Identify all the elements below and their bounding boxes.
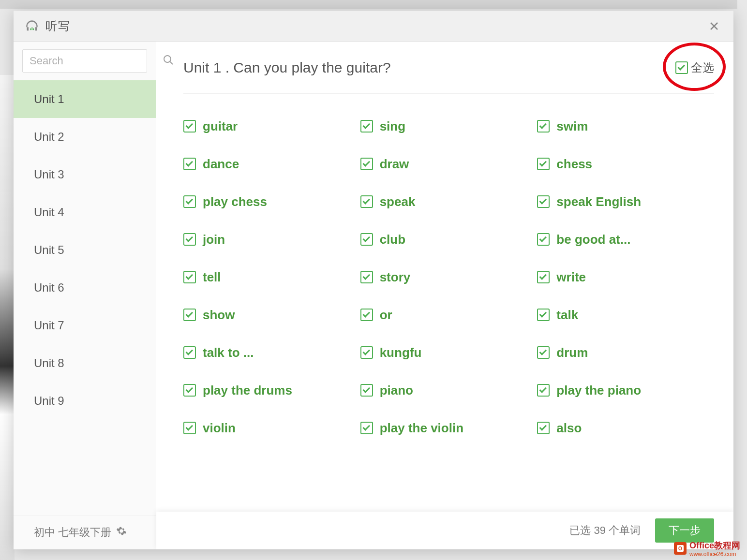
checkbox-icon <box>360 233 373 246</box>
word-item[interactable]: draw <box>360 157 538 172</box>
checkbox-icon <box>537 158 550 170</box>
sidebar-item-label: Unit 4 <box>34 206 64 219</box>
dictation-modal: 听写 Unit 1Unit 2Unit <box>14 11 733 549</box>
checkbox-icon <box>537 422 550 434</box>
word-item[interactable]: chess <box>537 157 714 172</box>
checkbox-icon <box>360 384 373 397</box>
word-item[interactable]: guitar <box>183 119 360 134</box>
checkbox-icon <box>360 120 373 133</box>
word-label: play the drums <box>203 383 292 398</box>
word-label: play chess <box>203 194 267 209</box>
word-item[interactable]: also <box>537 421 714 436</box>
next-button[interactable]: 下一步 <box>655 518 714 543</box>
word-row: violinplay the violinalso <box>183 409 714 447</box>
sidebar-item-unit-6[interactable]: Unit 6 <box>14 269 156 307</box>
word-item[interactable]: show <box>183 308 360 323</box>
word-label: swim <box>556 119 588 134</box>
word-label: play the violin <box>380 421 463 436</box>
word-item[interactable]: story <box>360 270 538 285</box>
sidebar-item-unit-9[interactable]: Unit 9 <box>14 382 156 420</box>
sidebar-item-label: Unit 3 <box>34 168 64 181</box>
word-item[interactable]: play the piano <box>537 383 714 398</box>
word-label: show <box>203 308 235 323</box>
checkbox-icon <box>183 384 196 397</box>
word-item[interactable]: tell <box>183 270 360 285</box>
word-label: talk <box>556 308 578 323</box>
word-label: sing <box>380 119 405 134</box>
checkbox-icon <box>537 195 550 208</box>
word-item[interactable]: talk <box>537 308 714 323</box>
background-strip <box>0 0 737 9</box>
word-row: guitarsingswim <box>183 107 714 145</box>
checkbox-icon <box>183 346 196 359</box>
word-item[interactable]: be good at... <box>537 232 714 247</box>
word-label: drum <box>556 345 588 360</box>
word-item[interactable]: or <box>360 308 538 323</box>
word-label: speak English <box>556 194 641 209</box>
main-panel: Unit 1 . Can you play the guitar? 全选 gui… <box>156 42 733 549</box>
search-wrap <box>14 42 156 80</box>
sidebar-item-unit-3[interactable]: Unit 3 <box>14 156 156 193</box>
word-label: dance <box>203 157 239 172</box>
close-button[interactable] <box>706 18 722 34</box>
svg-rect-1 <box>31 27 32 30</box>
word-grid[interactable]: guitarsingswimdancedrawchessplay chesssp… <box>183 94 714 549</box>
word-item[interactable]: piano <box>360 383 538 398</box>
word-label: speak <box>380 194 416 209</box>
word-item[interactable]: violin <box>183 421 360 436</box>
word-label: be good at... <box>556 232 630 247</box>
word-row: dancedrawchess <box>183 145 714 183</box>
word-label: join <box>203 232 225 247</box>
word-row: joinclubbe good at... <box>183 221 714 258</box>
word-item[interactable]: drum <box>537 345 714 360</box>
search-box[interactable] <box>22 49 147 73</box>
checkbox-icon <box>360 309 373 321</box>
sidebar-item-label: Unit 9 <box>34 394 64 408</box>
sidebar-item-unit-1[interactable]: Unit 1 <box>14 80 156 118</box>
checkbox-icon <box>183 422 196 434</box>
modal-header: 听写 <box>14 11 733 42</box>
word-row: showortalk <box>183 296 714 334</box>
word-item[interactable]: sing <box>360 119 538 134</box>
checkbox-icon <box>183 195 196 208</box>
checkbox-icon <box>675 61 688 74</box>
word-item[interactable]: talk to ... <box>183 345 360 360</box>
word-item[interactable]: write <box>537 270 714 285</box>
word-item[interactable]: play chess <box>183 194 360 209</box>
word-item[interactable]: kungfu <box>360 345 538 360</box>
checkbox-icon <box>183 309 196 321</box>
word-item[interactable]: play the violin <box>360 421 538 436</box>
sidebar-footer[interactable]: 初中 七年级下册 <box>14 515 156 549</box>
checkbox-icon <box>360 346 373 359</box>
unit-heading: Unit 1 . Can you play the guitar? <box>183 59 675 76</box>
select-all-checkbox[interactable]: 全选 <box>675 60 714 75</box>
svg-rect-0 <box>30 28 31 30</box>
background-left <box>0 75 15 560</box>
word-label: guitar <box>203 119 238 134</box>
word-row: tellstorywrite <box>183 258 714 296</box>
sidebar-item-unit-7[interactable]: Unit 7 <box>14 307 156 344</box>
main-header: Unit 1 . Can you play the guitar? 全选 <box>183 42 714 94</box>
gear-icon[interactable] <box>116 526 127 539</box>
watermark-badge-icon: O <box>674 542 687 555</box>
watermark-url: www.office26.com <box>689 551 740 557</box>
word-item[interactable]: club <box>360 232 538 247</box>
sidebar-item-unit-5[interactable]: Unit 5 <box>14 231 156 269</box>
sidebar-item-unit-2[interactable]: Unit 2 <box>14 118 156 156</box>
word-item[interactable]: swim <box>537 119 714 134</box>
word-label: story <box>380 270 411 285</box>
sidebar-item-label: Unit 2 <box>34 130 64 144</box>
unit-list[interactable]: Unit 1Unit 2Unit 3Unit 4Unit 5Unit 6Unit… <box>14 80 156 515</box>
word-label: tell <box>203 270 221 285</box>
word-item[interactable]: speak English <box>537 194 714 209</box>
word-item[interactable]: play the drums <box>183 383 360 398</box>
word-item[interactable]: dance <box>183 157 360 172</box>
word-label: violin <box>203 421 236 436</box>
word-item[interactable]: speak <box>360 194 538 209</box>
sidebar: Unit 1Unit 2Unit 3Unit 4Unit 5Unit 6Unit… <box>14 42 156 549</box>
search-input[interactable] <box>30 55 163 67</box>
sidebar-item-label: Unit 7 <box>34 319 64 332</box>
word-item[interactable]: join <box>183 232 360 247</box>
sidebar-item-unit-8[interactable]: Unit 8 <box>14 344 156 382</box>
sidebar-item-unit-4[interactable]: Unit 4 <box>14 193 156 231</box>
